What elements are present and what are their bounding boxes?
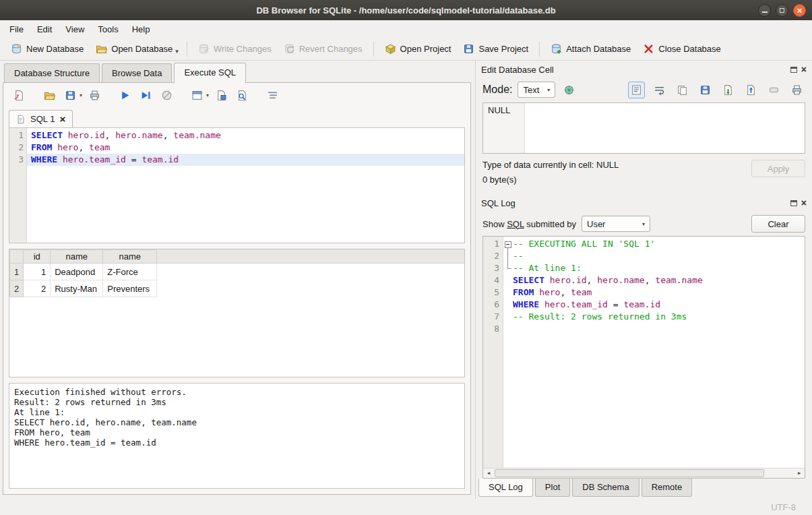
bottom-tab-remote[interactable]: Remote (642, 479, 693, 497)
maximize-icon[interactable] (776, 4, 788, 17)
mode-combobox[interactable]: Text ▾ (518, 82, 555, 98)
open-project-button[interactable]: Open Project (379, 41, 457, 57)
tab-database-structure[interactable]: Database Structure (4, 63, 100, 82)
horizontal-scrollbar[interactable]: ◀ ▶ (483, 468, 805, 478)
save-as-button[interactable] (697, 82, 714, 98)
close-icon[interactable]: × (793, 4, 806, 17)
row-number-header (10, 250, 24, 264)
dock-close-icon[interactable]: × (801, 65, 807, 74)
fold-marker-icon[interactable] (503, 238, 513, 250)
titlebar[interactable]: DB Browser for SQLite - /home/user/code/… (0, 0, 812, 20)
sql-log-line: -- At line 1: (503, 262, 805, 274)
word-wrap-button[interactable] (651, 82, 668, 98)
column-header-name[interactable]: name (51, 250, 103, 264)
print-icon (89, 90, 100, 101)
export-cell-button[interactable] (743, 82, 759, 98)
print-button[interactable] (86, 86, 103, 104)
window-controls: × (758, 4, 812, 17)
menu-tools[interactable]: Tools (91, 20, 125, 38)
find-replace-button[interactable] (233, 86, 251, 104)
sql-editor[interactable]: 123 SELECT hero.id, hero.name, team.name… (9, 127, 465, 243)
write-changes-button[interactable]: Write Changes (193, 41, 277, 57)
dock-close-icon[interactable]: × (801, 198, 807, 208)
cell[interactable]: 1 (24, 264, 51, 280)
clear-button[interactable]: Clear (751, 215, 805, 233)
bottom-tab-sql-log[interactable]: SQL Log (478, 479, 533, 497)
bottom-tab-plot[interactable]: Plot (535, 479, 570, 497)
new-tab-button[interactable] (10, 86, 28, 104)
open-database-button[interactable]: Open Database (90, 41, 178, 57)
sql-log-editor[interactable]: 12345678 -- EXECUTING ALL IN 'SQL 1'----… (482, 236, 805, 479)
encoding-label: UTF-8 (771, 502, 796, 512)
cell[interactable]: 2 (24, 280, 51, 297)
cell[interactable]: Z-Force (103, 264, 157, 280)
print-button[interactable] (788, 82, 805, 98)
scroll-right-icon[interactable]: ▶ (794, 468, 805, 478)
tab-execute-sql[interactable]: Execute SQL (174, 63, 246, 83)
sql-log-line (503, 323, 805, 335)
save-results-button[interactable] (212, 86, 230, 104)
menu-view[interactable]: View (59, 20, 91, 38)
minimize-icon[interactable] (758, 4, 771, 17)
sql-tab-bar: SQL 1 × (3, 107, 470, 127)
cell[interactable]: Preventers (103, 280, 157, 297)
cell-text-button[interactable] (628, 82, 645, 98)
undock-icon[interactable] (790, 200, 797, 206)
column-header-id[interactable]: id (24, 250, 51, 264)
bottom-tab-db-schema[interactable]: DB Schema (572, 479, 639, 497)
close-database-button[interactable]: Close Database (637, 41, 726, 57)
cell[interactable]: Deadpond (51, 264, 103, 280)
line-number-gutter: 123 (9, 128, 27, 243)
undock-icon[interactable] (790, 67, 797, 73)
menu-help[interactable]: Help (125, 20, 157, 38)
attach-database-button[interactable]: Attach Database (545, 41, 636, 57)
save-sql-file-button[interactable] (61, 86, 79, 104)
sql-editor-line[interactable]: WHERE hero.team_id = team.id (27, 154, 464, 166)
save-sql-file-icon (65, 90, 76, 101)
export-results-button[interactable] (188, 86, 206, 104)
execution-message-box[interactable]: Execution finished without errors.Result… (9, 383, 465, 489)
save-sql-file-dropdown-icon[interactable]: ▾ (80, 92, 82, 98)
stop-button[interactable] (158, 86, 175, 104)
menu-edit[interactable]: Edit (30, 20, 59, 38)
open-project-icon (385, 43, 396, 55)
close-tab-icon[interactable]: × (59, 115, 65, 123)
null-button[interactable] (766, 82, 782, 98)
scrollbar-track[interactable] (494, 468, 794, 478)
scrollbar-thumb[interactable] (495, 469, 764, 477)
execute-all-button[interactable] (116, 86, 133, 104)
sql-log-code[interactable]: -- EXECUTING ALL IN 'SQL 1'---- At line … (503, 237, 805, 468)
sql-editor-line[interactable]: SELECT hero.id, hero.name, team.name (27, 129, 464, 142)
results-grid[interactable]: idnamename 11DeadpondZ-Force22Rusty-ManP… (9, 249, 465, 377)
print-icon (791, 84, 803, 96)
fold-marker-icon[interactable] (503, 262, 513, 274)
format-button[interactable] (263, 86, 281, 104)
column-header-name[interactable]: name (103, 250, 157, 264)
import-cell-button[interactable] (720, 82, 737, 98)
sql-editor-line[interactable]: FROM hero, team (27, 142, 464, 154)
submitted-by-combobox[interactable]: User ▾ (582, 216, 650, 232)
sql-editor-code[interactable]: SELECT hero.id, hero.name, team.nameFROM… (27, 128, 464, 243)
cell[interactable]: Rusty-Man (51, 280, 103, 297)
scroll-left-icon[interactable]: ◀ (483, 468, 494, 478)
execute-line-button[interactable] (137, 86, 154, 104)
revert-changes-button[interactable]: Revert Changes (278, 41, 368, 57)
new-database-button[interactable]: New Database (5, 41, 89, 57)
copy-button[interactable] (674, 82, 691, 98)
revert-changes-label: Revert Changes (299, 44, 363, 54)
mode-config-button[interactable] (561, 82, 577, 98)
tab-browse-data[interactable]: Browse Data (102, 63, 172, 82)
open-sql-file-button[interactable] (40, 86, 58, 104)
cell-editor[interactable]: NULL (482, 102, 805, 154)
table-row: 22Rusty-ManPreventers (10, 280, 157, 297)
menu-file[interactable]: File (3, 20, 30, 38)
save-as-icon (699, 84, 711, 96)
toolbar-separator (373, 42, 374, 57)
save-project-button[interactable]: Save Project (458, 41, 534, 57)
open-database-dropdown-icon[interactable]: ▾ (175, 42, 181, 56)
apply-button[interactable]: Apply (751, 160, 805, 177)
export-results-dropdown-icon[interactable]: ▾ (206, 92, 209, 98)
mode-label: Mode: (482, 84, 512, 96)
fold-marker-icon[interactable] (503, 250, 513, 262)
sql-tab[interactable]: SQL 1 × (9, 110, 73, 127)
